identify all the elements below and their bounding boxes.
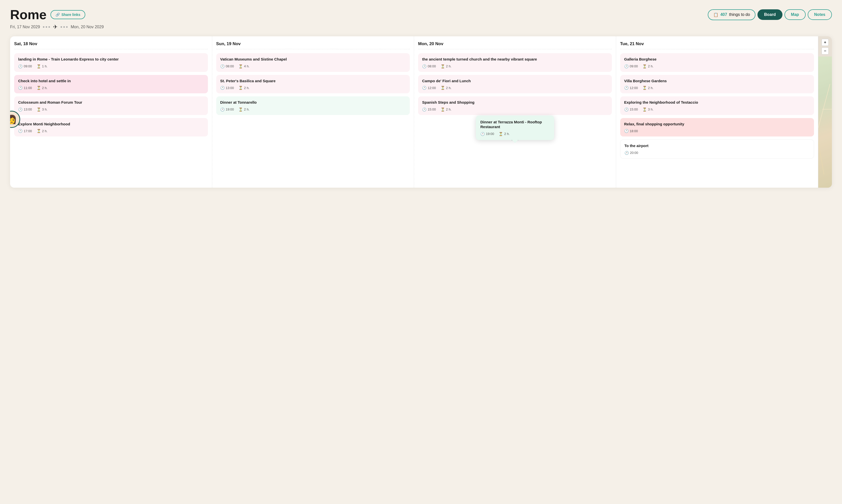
card-tue2[interactable]: Villa Borghese Gardens 🕐 12:00 ⏳ 2 h.	[620, 75, 814, 94]
clock-icon-tt: 🕐	[480, 132, 485, 136]
card-sun3[interactable]: Dinner at Tonnarello 🕐 19:00 ⏳ 2 h.	[216, 96, 410, 115]
card-tue2-duration: ⏳ 2 h.	[642, 86, 653, 90]
card-sun1-duration: ⏳ 4 h.	[238, 64, 250, 68]
clock-icon12: 🕐	[624, 86, 629, 90]
date-dots	[43, 26, 50, 28]
avatar-face-sat: 👩	[10, 114, 17, 124]
card-sat4-time: 🕐 17:00	[18, 129, 32, 133]
card-mon2[interactable]: Campo de' Fiori and Lunch 🕐 12:00 ⏳ 2 h.	[418, 75, 612, 94]
clock-icon13: 🕐	[624, 107, 629, 111]
hourglass-icon2: ⏳	[37, 86, 41, 90]
hourglass-icon6: ⏳	[238, 86, 243, 90]
card-sat3-time: 🕐 13:00	[18, 107, 32, 111]
date-start: Fri, 17 Nov 2029	[10, 25, 40, 29]
card-sat3-meta: 🕐 13:00 ⏳ 3 h.	[18, 107, 204, 111]
card-sun2-time: 🕐 13:00	[220, 86, 234, 90]
card-tue3[interactable]: Exploring the Neighborhood of Testaccio …	[620, 96, 814, 115]
card-sun2-meta: 🕐 13:00 ⏳ 2 h.	[220, 86, 406, 90]
plane-icon: ✈	[53, 24, 57, 30]
tooltip-time: 🕐 19:00	[480, 132, 494, 136]
card-sat2-duration: ⏳ 2 h.	[37, 86, 48, 90]
clock-icon8: 🕐	[422, 64, 426, 68]
tab-board[interactable]: Board	[757, 9, 782, 20]
card-sat3[interactable]: Colosseum and Roman Forum Tour 🕐 13:00 ⏳…	[14, 96, 208, 115]
card-sat1-time: 🕐 09:00	[18, 64, 32, 68]
card-sun1-meta: 🕐 08:00 ⏳ 4 h.	[220, 64, 406, 68]
date-end: Mon, 20 Nov 2029	[71, 25, 104, 29]
hourglass-icon4: ⏳	[37, 129, 41, 133]
card-sat1-duration: ⏳ 1 h.	[37, 64, 48, 68]
card-tue4-meta: 🕐 18:00	[624, 129, 810, 133]
clock-icon7: 🕐	[220, 107, 225, 111]
hourglass-icon13: ⏳	[642, 107, 647, 111]
card-sat3-title: Colosseum and Roman Forum Tour	[18, 100, 204, 105]
card-sun2[interactable]: St. Peter's Basilica and Square 🕐 13:00 …	[216, 75, 410, 94]
card-sat4-meta: 🕐 17:00 ⏳ 2 h.	[18, 129, 204, 133]
map-panel: + −	[818, 36, 832, 188]
tab-map[interactable]: Map	[785, 9, 806, 20]
card-sat3-duration: ⏳ 3 h.	[37, 107, 48, 111]
card-sat2-time: 🕐 11:00	[18, 86, 32, 90]
card-tue4[interactable]: Relax, final shopping opportunity 🕐 18:0…	[620, 118, 814, 137]
card-mon3[interactable]: Spanish Steps and Shopping 🕐 15:00 ⏳ 2 h…	[418, 96, 612, 115]
card-tue3-title: Exploring the Neighborhood of Testaccio	[624, 100, 810, 105]
card-sun1[interactable]: Vatican Museums and Sistine Chapel 🕐 08:…	[216, 53, 410, 72]
city-title: Rome	[10, 8, 47, 21]
card-tue1[interactable]: Galleria Borghese 🕐 09:00 ⏳ 2 h.	[620, 53, 814, 72]
card-mon2-meta: 🕐 12:00 ⏳ 2 h.	[422, 86, 608, 90]
card-sun3-title: Dinner at Tonnarello	[220, 100, 406, 105]
map-zoom-out[interactable]: −	[822, 48, 829, 54]
clock-icon9: 🕐	[422, 86, 426, 90]
date-dots-right	[60, 26, 68, 28]
card-sun2-duration: ⏳ 2 h.	[238, 86, 250, 90]
map-zoom-in[interactable]: +	[822, 39, 829, 46]
card-tue1-title: Galleria Borghese	[624, 57, 810, 62]
clock-icon3: 🕐	[18, 107, 22, 111]
card-tue2-title: Villa Borghese Gardens	[624, 78, 810, 84]
card-mon2-time: 🕐 12:00	[422, 86, 436, 90]
column-sat: Sat, 18 Nov 👩 landing in Rome - Train Le…	[10, 36, 212, 188]
card-sat4-title: Explore Monti Neighborhood	[18, 122, 204, 127]
card-sun3-time: 🕐 19:00	[220, 107, 234, 111]
card-sun1-time: 🕐 08:00	[220, 64, 234, 68]
link-icon: 🔗	[55, 13, 60, 17]
hourglass-icon8: ⏳	[441, 64, 445, 68]
nav-tabs: 📋 407 things to do Board Map Notes	[708, 9, 832, 20]
tab-notes[interactable]: Notes	[808, 9, 832, 20]
hourglass-icon12: ⏳	[642, 86, 647, 90]
col-header-mon: Mon, 20 Nov	[418, 41, 612, 49]
col-header-tue: Tue, 21 Nov	[620, 41, 814, 49]
board-container: Sat, 18 Nov 👩 landing in Rome - Train Le…	[10, 36, 832, 188]
card-tue1-duration: ⏳ 2 h.	[642, 64, 653, 68]
tooltip-duration: ⏳ 2 h.	[499, 132, 510, 136]
card-tue3-time: 🕐 15:00	[624, 107, 638, 111]
hourglass-icon-tt: ⏳	[499, 132, 503, 136]
share-button[interactable]: 🔗 Share links	[51, 10, 85, 19]
card-sat4-duration: ⏳ 2 h.	[37, 129, 48, 133]
card-sun3-meta: 🕐 19:00 ⏳ 2 h.	[220, 107, 406, 111]
things-to-do-button[interactable]: 📋 407 things to do	[708, 9, 755, 20]
card-tue5-title: To the airport	[625, 143, 810, 148]
card-sat1[interactable]: landing in Rome - Train Leonardo Express…	[14, 53, 208, 72]
card-mon1-time: 🕐 08:00	[422, 64, 436, 68]
card-mon2-title: Campo de' Fiori and Lunch	[422, 78, 608, 84]
card-sat1-title: landing in Rome - Train Leonardo Express…	[18, 57, 204, 62]
clock-icon4: 🕐	[18, 129, 22, 133]
tooltip-arrow-down	[512, 140, 518, 143]
clock-icon: 🕐	[18, 64, 22, 68]
card-tue1-meta: 🕐 09:00 ⏳ 2 h.	[624, 64, 810, 68]
card-sat4[interactable]: Explore Monti Neighborhood 🕐 17:00 ⏳ 2 h…	[14, 118, 208, 137]
card-tue5[interactable]: To the airport 🕐 20:00	[620, 140, 814, 159]
card-tue5-time: 🕐 20:00	[625, 151, 638, 155]
hourglass-icon10: ⏳	[441, 107, 445, 111]
hourglass-icon3: ⏳	[37, 107, 41, 111]
card-mon1[interactable]: the ancient temple turned church and the…	[418, 53, 612, 72]
clock-icon5: 🕐	[220, 64, 225, 68]
card-tue5-meta: 🕐 20:00	[625, 151, 810, 155]
clock-icon6: 🕐	[220, 86, 225, 90]
map-background	[818, 56, 832, 188]
hourglass-icon7: ⏳	[238, 107, 243, 111]
card-tue3-meta: 🕐 15:00 ⏳ 3 h.	[624, 107, 810, 111]
map-road3	[818, 136, 824, 174]
card-sat2[interactable]: Check into hotel and settle in 🕐 11:00 ⏳…	[14, 75, 208, 94]
